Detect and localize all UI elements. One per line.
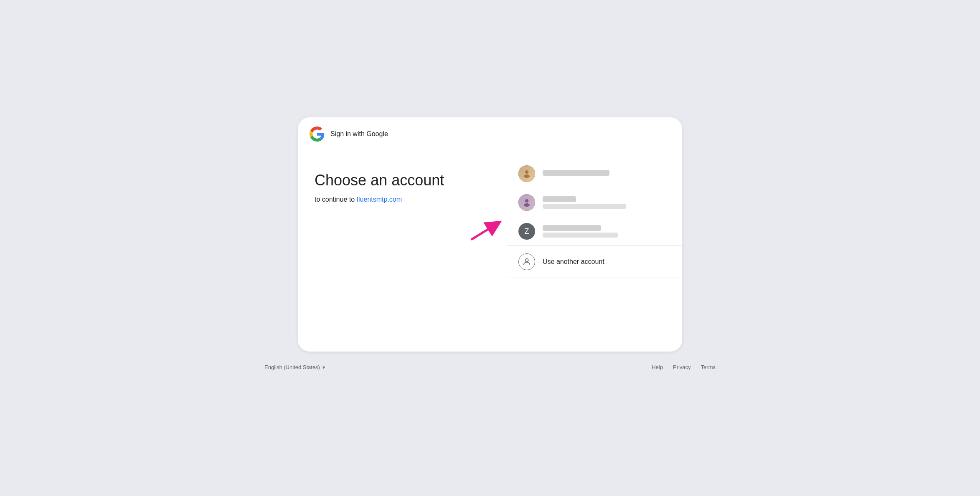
- account-name-blur-2: [543, 196, 576, 202]
- subtitle-prefix: to continue to: [315, 196, 357, 203]
- language-selector[interactable]: English (United States) ▾: [264, 364, 325, 370]
- left-section: Choose an account to continue to fluents…: [298, 151, 507, 352]
- footer: English (United States) ▾ Help Privacy T…: [248, 356, 732, 379]
- use-another-icon: [518, 253, 535, 270]
- sign-in-card: Sign in with Google Choose an account to…: [298, 117, 682, 352]
- chevron-down-icon: ▾: [322, 364, 325, 370]
- footer-left: English (United States) ▾: [264, 364, 325, 370]
- account-name-blur-1: [543, 170, 609, 176]
- avatar-2: [518, 194, 535, 211]
- card-header: Sign in with Google: [298, 117, 682, 151]
- subtitle: to continue to fluentsmtp.com: [315, 196, 490, 203]
- account-item-1[interactable]: [507, 159, 682, 188]
- right-section: Z Use another account: [507, 151, 682, 352]
- account-info-2: [543, 196, 626, 209]
- privacy-link[interactable]: Privacy: [673, 364, 691, 370]
- avatar-1: [518, 165, 535, 182]
- account-info-3: [543, 225, 618, 238]
- help-link[interactable]: Help: [652, 364, 663, 370]
- language-label: English (United States): [264, 364, 320, 370]
- account-info-1: [543, 170, 609, 177]
- svg-point-0: [525, 170, 528, 174]
- google-logo-icon: [310, 127, 325, 142]
- account-item-2[interactable]: [507, 188, 682, 217]
- account-name-blur-3: [543, 225, 601, 231]
- card-body: Choose an account to continue to fluents…: [298, 151, 682, 352]
- svg-point-1: [524, 175, 530, 178]
- svg-point-6: [525, 259, 528, 262]
- person-add-icon: [522, 257, 531, 266]
- account-item-3[interactable]: Z: [507, 217, 682, 246]
- terms-link[interactable]: Terms: [701, 364, 716, 370]
- use-another-account-button[interactable]: Use another account: [507, 246, 682, 278]
- account-email-blur-3: [543, 233, 618, 238]
- page-title: Choose an account: [315, 171, 490, 189]
- header-title: Sign in with Google: [330, 130, 388, 138]
- svg-point-3: [524, 203, 530, 207]
- use-another-label: Use another account: [543, 258, 604, 266]
- site-link[interactable]: fluentsmtp.com: [357, 196, 402, 203]
- svg-point-2: [525, 199, 528, 202]
- account-email-blur-2: [543, 204, 626, 209]
- avatar-3: Z: [518, 223, 535, 240]
- footer-right: Help Privacy Terms: [652, 364, 716, 370]
